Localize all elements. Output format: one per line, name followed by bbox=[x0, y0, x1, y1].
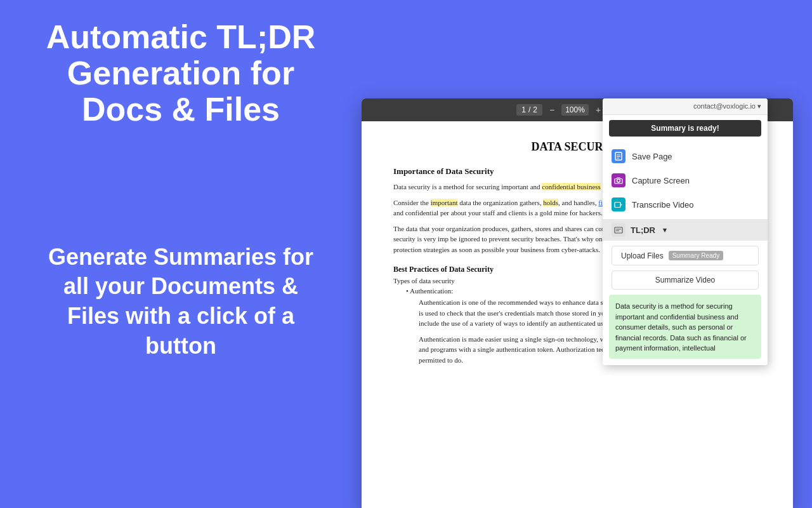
pdf-list-item1-label: Authentication: bbox=[410, 287, 453, 295]
transcribe-video-icon bbox=[612, 197, 625, 211]
subtitle-line3: Files with a click of a bbox=[67, 303, 294, 329]
hero-right: 1 / 2 − 100% + | ⤢ 🕐 DATA SECURITY Impor… bbox=[362, 0, 812, 508]
transcribe-video-label: Transcribe Video bbox=[632, 200, 694, 210]
summarize-video-button[interactable]: Summarize Video bbox=[612, 271, 759, 290]
save-page-icon bbox=[612, 149, 625, 163]
svg-rect-5 bbox=[615, 202, 620, 207]
subtitle-line2: all your Documents & bbox=[63, 273, 298, 299]
extension-panel: contact@voxlogic.io ▾ Summary is ready! … bbox=[603, 98, 768, 365]
ext-menu-item-save-page[interactable]: Save Page bbox=[603, 144, 768, 168]
capture-screen-icon bbox=[612, 173, 625, 187]
save-page-label: Save Page bbox=[632, 152, 672, 161]
pdf-page-total: 2 bbox=[533, 105, 537, 114]
tldr-label: TL;DR bbox=[631, 225, 655, 235]
hero-title: Automatic TL;DR Generation for Docs & Fi… bbox=[25, 0, 336, 141]
subtitle-line1: Generate Summaries for bbox=[48, 244, 313, 270]
pdf-para1-highlight1: confidential business bbox=[542, 183, 601, 190]
upload-files-button[interactable]: Upload Files Summary Ready bbox=[612, 246, 759, 265]
upload-files-badge: Summary Ready bbox=[669, 251, 723, 260]
summary-ready-button[interactable]: Summary is ready! bbox=[609, 120, 761, 137]
ext-menu-item-transcribe-video[interactable]: Transcribe Video bbox=[603, 192, 768, 217]
pdf-page-info: 1 / 2 bbox=[516, 104, 542, 116]
svg-marker-6 bbox=[620, 204, 622, 206]
svg-point-4 bbox=[617, 179, 620, 182]
svg-rect-7 bbox=[615, 227, 622, 233]
ext-menu: Save Page Capture Screen bbox=[603, 142, 768, 219]
ext-action-area: Upload Files Summary Ready Summarize Vid… bbox=[603, 241, 768, 295]
pdf-para2-highlight2: holds bbox=[543, 199, 558, 206]
ext-tldr-row[interactable]: TL;DR ▾ bbox=[603, 219, 768, 241]
tldr-icon bbox=[612, 223, 625, 237]
pdf-para2-highlight1: important bbox=[431, 199, 458, 206]
hero-subtitle: Generate Summaries for all your Document… bbox=[25, 243, 336, 361]
upload-files-label: Upload Files bbox=[621, 251, 664, 260]
subtitle-line4: button bbox=[145, 333, 216, 359]
ext-menu-item-capture-screen[interactable]: Capture Screen bbox=[603, 168, 768, 192]
ext-summary-box: Data security is a method for securing i… bbox=[609, 295, 761, 359]
hero-section: Automatic TL;DR Generation for Docs & Fi… bbox=[0, 0, 812, 508]
hero-left: Automatic TL;DR Generation for Docs & Fi… bbox=[0, 0, 362, 508]
tldr-dropdown-icon: ▾ bbox=[663, 226, 667, 234]
capture-screen-label: Capture Screen bbox=[632, 176, 690, 185]
ext-header: contact@voxlogic.io ▾ bbox=[603, 98, 768, 115]
pdf-para1-text1: Data security is a method for securing i… bbox=[393, 183, 542, 190]
pdf-page-separator: / bbox=[528, 105, 530, 114]
pdf-page-current: 1 bbox=[521, 105, 526, 114]
pdf-zoom-out-btn[interactable]: − bbox=[546, 104, 558, 116]
pdf-zoom-level: 100% bbox=[561, 104, 589, 116]
